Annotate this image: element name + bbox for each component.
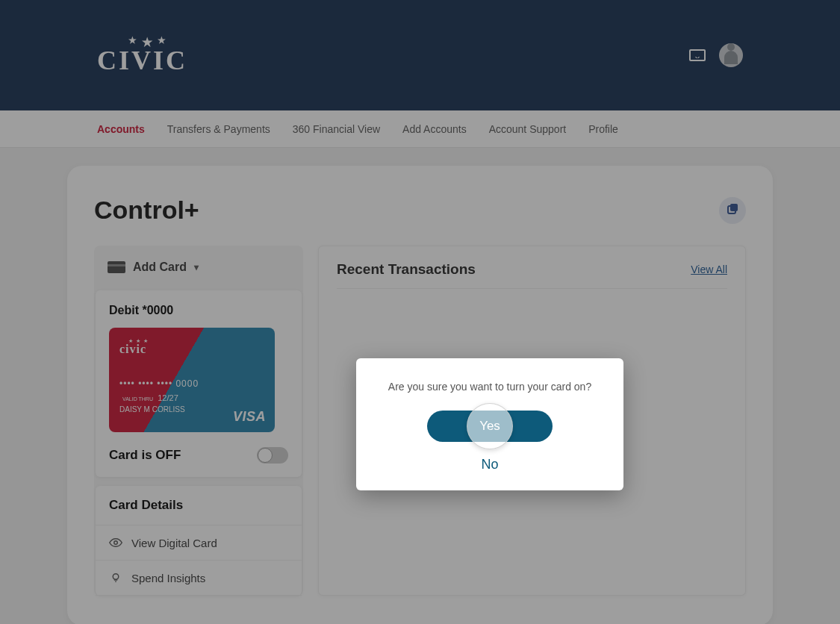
yes-button[interactable]: Yes: [427, 411, 553, 442]
confirm-modal: Are you sure you want to turn your card …: [356, 358, 623, 490]
yes-button-wrap: Yes: [427, 411, 553, 442]
modal-message: Are you sure you want to turn your card …: [374, 381, 606, 393]
no-button[interactable]: No: [481, 457, 498, 472]
modal-overlay[interactable]: [0, 0, 840, 624]
